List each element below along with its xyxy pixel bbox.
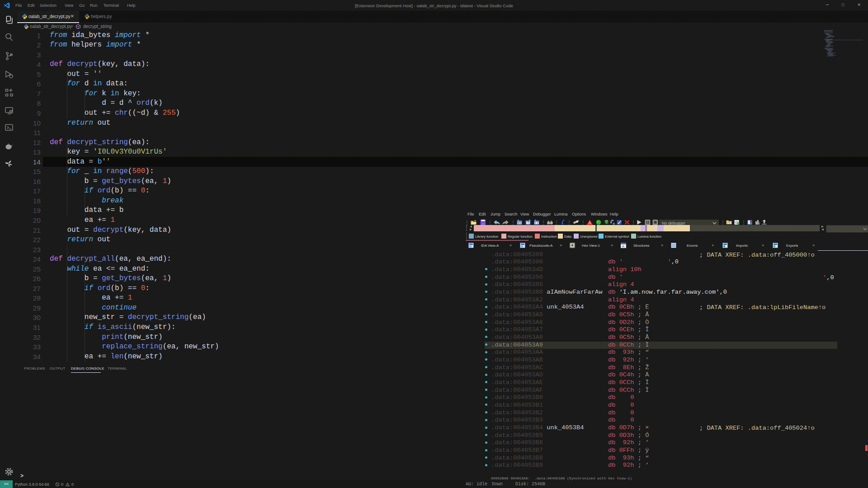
svg-text:T: T [527,221,529,224]
svg-text:G: G [735,221,738,225]
svg-text:A: A [589,221,591,225]
svg-text:A: A [622,244,625,249]
